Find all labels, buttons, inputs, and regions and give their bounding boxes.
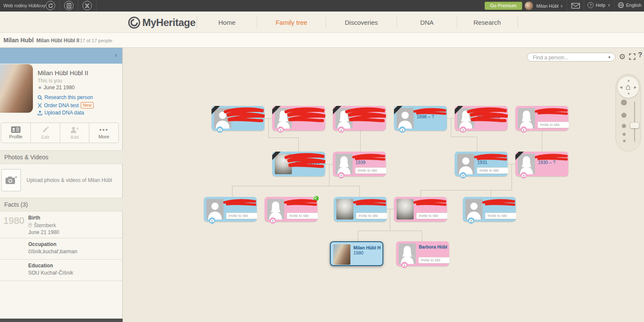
myheritage-logo[interactable]: MyHeritage xyxy=(128,16,195,29)
person-card[interactable] xyxy=(333,106,386,131)
invite-to-site-button[interactable]: Invite to site xyxy=(226,213,258,219)
help-menu[interactable]: ? Help ∨ xyxy=(588,2,610,8)
person-card[interactable]: Invite to site xyxy=(334,197,387,222)
redaction-scribble xyxy=(413,198,448,207)
camera-badge-icon[interactable] xyxy=(277,126,284,133)
invite-to-site-button[interactable]: Invite to site xyxy=(355,167,387,174)
invite-to-site-button[interactable]: Invite to site xyxy=(418,257,450,263)
redaction-scribble xyxy=(353,198,388,207)
camera-badge-icon[interactable] xyxy=(520,126,527,133)
invite-to-site-button[interactable]: Invite to site xyxy=(356,213,388,219)
person-card[interactable]: Barbora HüblováInvite to site xyxy=(396,241,449,266)
tab-research[interactable]: Research xyxy=(459,12,515,33)
go-premium-button[interactable]: Go Premium xyxy=(485,2,522,10)
home-icon[interactable]: ⌂ xyxy=(618,82,639,91)
invite-to-site-button[interactable]: Invite to site xyxy=(538,122,569,128)
person-photo[interactable] xyxy=(0,64,33,113)
person-card[interactable]: 1930 – ? xyxy=(515,152,568,176)
person-card[interactable]: …ováInvite to site xyxy=(515,106,568,131)
breadcrumb-site[interactable]: Milan Hubl xyxy=(3,37,34,44)
fact-occupation[interactable]: Occupation číšník,kuchař,barman xyxy=(0,238,123,260)
fullscreen-icon[interactable] xyxy=(629,53,635,60)
find-person-input[interactable]: Find a person... ▼ xyxy=(527,53,615,61)
order-dna-test-link[interactable]: Order DNA test New xyxy=(38,102,94,108)
fact-label: Birth xyxy=(28,215,40,221)
person-card[interactable]: Josef BInvite to site xyxy=(463,197,516,222)
sync-icon[interactable] xyxy=(46,1,55,10)
person-card[interactable]: 1898 – ? xyxy=(394,106,447,131)
user-avatar[interactable] xyxy=(524,1,533,10)
pan-down-icon[interactable]: ▼ xyxy=(627,92,630,96)
collapse-sidebar-icon[interactable]: ‹ xyxy=(115,51,117,59)
mail-icon[interactable] xyxy=(571,3,580,9)
camera-badge-icon[interactable] xyxy=(338,172,344,179)
language-menu[interactable]: English xyxy=(618,2,641,8)
camera-badge-icon[interactable] xyxy=(468,217,474,224)
zoom-slider-handle[interactable] xyxy=(630,122,639,129)
tab-family-tree[interactable]: Family tree xyxy=(259,12,323,33)
zoom-level-dot[interactable] xyxy=(623,133,626,136)
fact-date: June 21 1980 xyxy=(28,229,59,235)
zoom-level-dot[interactable] xyxy=(622,124,626,128)
person-card[interactable]: Invite to site xyxy=(394,197,447,222)
breadcrumb-person[interactable]: Milan Hübl Hübl II xyxy=(36,38,79,44)
zoom-level-dot[interactable] xyxy=(623,140,626,142)
tab-dna[interactable]: DNA xyxy=(399,12,455,33)
add-person-button[interactable]: Add xyxy=(60,123,90,143)
camera-badge-icon[interactable] xyxy=(217,126,223,133)
tree-canvas[interactable]: Find a person... ▼ ⚙ ? 1898 – ?…kaBarto…… xyxy=(123,48,644,322)
person-card[interactable]: Invite to site xyxy=(204,197,257,222)
family-site-name[interactable]: Web rodiny Hüblovy xyxy=(3,3,45,8)
tab-home[interactable]: Home xyxy=(199,12,255,33)
tab-discoveries[interactable]: Discoveries xyxy=(328,12,394,33)
camera-badge-icon[interactable] xyxy=(209,217,215,224)
edit-button[interactable]: Edit xyxy=(31,123,60,143)
fact-education[interactable]: Education SOU Kuchař-Číšník xyxy=(0,260,123,281)
person-card[interactable]: J1931Invite to site xyxy=(455,152,508,176)
person-card[interactable]: Invite to site xyxy=(265,197,318,222)
person-card[interactable] xyxy=(212,106,265,131)
invite-to-site-button[interactable]: Invite to site xyxy=(485,213,517,219)
fact-birth[interactable]: 1980 Birth Šternberk June 21 1980 xyxy=(0,212,123,238)
camera-badge-icon[interactable] xyxy=(460,126,466,133)
camera-badge-icon[interactable] xyxy=(399,126,406,133)
zoom-level-dot[interactable] xyxy=(621,113,626,118)
invite-to-site-button[interactable]: Invite to site xyxy=(287,213,318,219)
person-card[interactable]: 1929 – 2003 xyxy=(272,152,325,176)
photos-videos-header[interactable]: Photos & Videos xyxy=(0,150,123,164)
person-card[interactable]: …kaBarto…ová xyxy=(455,106,508,131)
facts-header[interactable]: Facts (3) xyxy=(0,198,123,211)
fact-label: Occupation xyxy=(28,241,56,247)
dropdown-arrow-icon[interactable]: ▼ xyxy=(608,56,611,59)
camera-badge-icon[interactable] xyxy=(460,172,466,179)
upload-photos-button[interactable] xyxy=(1,169,21,191)
invite-to-site-button[interactable]: Invite to site xyxy=(416,213,448,219)
profile-button[interactable]: Profile xyxy=(1,123,31,143)
tree-pages-icon[interactable] xyxy=(64,1,74,10)
tree-settings-gear-icon[interactable]: ⚙ xyxy=(619,52,626,61)
camera-badge-icon[interactable] xyxy=(338,126,344,133)
pencil-icon xyxy=(42,126,49,133)
camera-icon xyxy=(339,128,343,131)
tree-navigation-pad: ▲ ◀ ▶ ▼ ⌂ xyxy=(615,74,641,152)
person-card-selected[interactable]: Milan Hübl Hübl II1980 xyxy=(330,241,383,266)
camera-badge-icon[interactable] xyxy=(270,217,276,224)
person-card[interactable] xyxy=(272,106,325,131)
pan-dpad[interactable]: ▲ ◀ ▶ ▼ ⌂ xyxy=(617,76,639,98)
upload-dna-link[interactable]: Upload DNA data xyxy=(38,110,84,116)
deceased-ribbon xyxy=(455,106,466,117)
dna-icon[interactable] xyxy=(82,1,92,10)
camera-badge-icon[interactable] xyxy=(520,172,527,179)
tree-connector-line xyxy=(329,164,329,186)
more-button[interactable]: ••• More xyxy=(89,123,118,143)
tree-help-icon[interactable]: ? xyxy=(638,51,642,59)
camera-badge-icon[interactable] xyxy=(401,262,408,268)
research-person-link[interactable]: Research this person xyxy=(38,94,93,100)
person-card[interactable]: 1939Invite to site xyxy=(333,152,386,176)
user-menu[interactable]: Milan Hübl xyxy=(536,3,559,9)
divider xyxy=(397,16,397,28)
zoom-slider-track[interactable] xyxy=(634,102,635,142)
zoom-level-dot[interactable] xyxy=(621,100,627,105)
invite-to-site-button[interactable]: Invite to site xyxy=(477,167,509,174)
card-photo xyxy=(457,154,474,174)
